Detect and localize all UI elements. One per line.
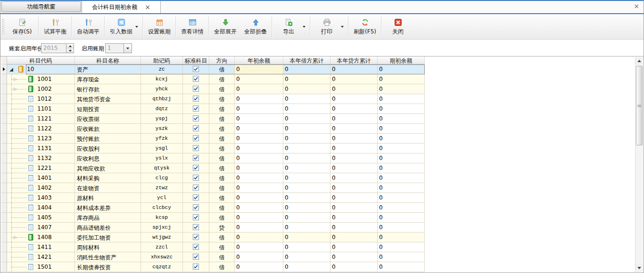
cell-code[interactable]: 1421	[7, 252, 75, 262]
cell-direction[interactable]: 借	[209, 74, 235, 84]
cell-name[interactable]: 在途物资	[75, 183, 141, 193]
cell-direction[interactable]: 借	[209, 193, 235, 203]
cell-mnemonic[interactable]: qtysk	[141, 163, 183, 173]
table-row-1403[interactable]: 1403原材料ycl借0000	[1, 193, 425, 203]
cell-year-begin[interactable]: 0	[235, 104, 283, 114]
standard-checkbox-icon[interactable]	[193, 104, 199, 113]
cell-mnemonic[interactable]: xhxswzc	[141, 252, 183, 262]
cell-opening[interactable]: 0	[378, 173, 425, 183]
cell-code[interactable]: ▷1002	[7, 84, 75, 94]
cell-year-begin[interactable]: 0	[235, 233, 283, 242]
cell-mnemonic[interactable]: yspj	[141, 114, 183, 124]
cell-opening[interactable]: 0	[378, 74, 425, 84]
cell-opening[interactable]: 0	[378, 233, 425, 242]
cell-credit-ytd[interactable]: 0	[330, 252, 378, 262]
standard-checkbox-icon[interactable]	[193, 164, 199, 172]
table-row-1012[interactable]: 1012其他货币资金qthbzj借0000	[1, 94, 425, 104]
column-header-0[interactable]: 科目代码	[7, 56, 75, 64]
row-indicator[interactable]	[1, 262, 7, 272]
cell-mnemonic[interactable]: kcsp	[141, 213, 183, 223]
cell-name[interactable]: 应收利息	[75, 153, 141, 163]
standard-checkbox-icon[interactable]	[193, 144, 199, 153]
cell-year-begin[interactable]: 0	[235, 124, 283, 134]
cell-direction[interactable]: 借	[209, 134, 235, 144]
cell-mnemonic[interactable]: wtjgwz	[141, 233, 183, 242]
cell-credit-ytd[interactable]: 0	[330, 144, 378, 153]
cell-year-begin[interactable]: 0	[235, 183, 283, 193]
scroll-up-button[interactable]	[636, 57, 643, 65]
table-row-1121[interactable]: 1121应收票据yspj借0000	[1, 114, 425, 124]
standard-checkbox-icon[interactable]	[193, 174, 199, 182]
row-indicator[interactable]	[1, 193, 7, 203]
toolbar-button-close[interactable]: 关闭	[383, 14, 413, 39]
standard-checkbox-icon[interactable]	[193, 193, 199, 202]
cell-opening[interactable]: 0	[378, 183, 425, 193]
table-row-1421[interactable]: 1421消耗性生物资产xhxswzc借0000	[1, 252, 425, 262]
toolbar-button-import-data[interactable]: 引入数据	[106, 14, 141, 39]
cell-year-begin[interactable]: 0	[235, 203, 283, 213]
cell-year-begin[interactable]: 0	[235, 144, 283, 153]
cell-debit-ytd[interactable]: 0	[283, 163, 330, 173]
cell-code[interactable]: 1411	[7, 242, 75, 252]
cell-mnemonic[interactable]: spjxcj	[141, 223, 183, 233]
cell-code[interactable]: 1407	[7, 223, 75, 233]
table-row-1404[interactable]: 1404材料成本差异clcbcy借0000	[1, 203, 425, 213]
row-indicator[interactable]	[1, 242, 7, 252]
cell-opening[interactable]: 0	[378, 64, 425, 74]
cell-code[interactable]: 1121	[7, 114, 75, 124]
row-indicator[interactable]	[1, 64, 7, 74]
cell-mnemonic[interactable]: yhck	[141, 84, 183, 94]
row-indicator[interactable]	[1, 144, 7, 153]
cell-year-begin[interactable]: 0	[235, 114, 283, 124]
toolbar-button-set-period[interactable]: 21设置账期	[144, 14, 174, 39]
tree-collapsed-icon[interactable]: ▷	[14, 87, 17, 91]
table-row-1405[interactable]: 1405库存商品kcsp借0000	[1, 213, 425, 223]
cell-direction[interactable]: 借	[209, 114, 235, 124]
column-header-8[interactable]: 期初余额	[378, 56, 425, 64]
column-header-5[interactable]: 年初余额	[235, 56, 283, 64]
start-period-combo[interactable]: 1	[105, 43, 132, 53]
cell-code[interactable]: 10	[7, 64, 75, 74]
row-indicator[interactable]	[1, 203, 7, 213]
cell-mnemonic[interactable]: ysgl	[141, 144, 183, 153]
fiscal-year-spinner[interactable]: 2015	[41, 43, 74, 53]
toolbar-button-trial-balance[interactable]: 试算平衡	[40, 14, 70, 39]
cell-standard[interactable]	[183, 183, 209, 193]
cell-name[interactable]: 原材料	[75, 193, 141, 203]
table-row-1002[interactable]: ▷1002银行存款yhck借0000	[1, 84, 425, 94]
cell-debit-ytd[interactable]: 0	[283, 193, 330, 203]
cell-code[interactable]: 1405	[7, 213, 75, 223]
standard-checkbox-icon[interactable]	[193, 65, 199, 73]
cell-code[interactable]: 1501	[7, 262, 75, 272]
cell-standard[interactable]	[183, 144, 209, 153]
cell-debit-ytd[interactable]: 0	[283, 242, 330, 252]
toolbar-grip-handle[interactable]	[2, 19, 5, 34]
row-indicator[interactable]	[1, 213, 7, 223]
cell-mnemonic[interactable]: cqzqtz	[141, 262, 183, 272]
cell-name[interactable]: 材料采购	[75, 173, 141, 183]
cell-opening[interactable]: 0	[378, 134, 425, 144]
cell-direction[interactable]: 借	[209, 242, 235, 252]
cell-opening[interactable]: 0	[378, 203, 425, 213]
cell-opening[interactable]: 0	[378, 262, 425, 272]
cell-credit-ytd[interactable]: 0	[330, 262, 378, 272]
cell-standard[interactable]	[183, 242, 209, 252]
cell-opening[interactable]: 0	[378, 213, 425, 223]
cell-opening[interactable]: 0	[378, 114, 425, 124]
cell-name[interactable]: 长期债券投资	[75, 262, 141, 272]
row-indicator[interactable]	[1, 134, 7, 144]
toolbar-button-auto-balance[interactable]: 自动调平	[73, 14, 103, 39]
cell-debit-ytd[interactable]: 0	[283, 144, 330, 153]
cell-opening[interactable]: 0	[378, 193, 425, 203]
cell-name[interactable]: 委托加工物资	[75, 233, 141, 242]
cell-credit-ytd[interactable]: 0	[330, 233, 378, 242]
cell-standard[interactable]	[183, 223, 209, 233]
cell-mnemonic[interactable]: dqtz	[141, 104, 183, 114]
table-row-1101[interactable]: 1101短期投资dqtz借0000	[1, 104, 425, 114]
cell-opening[interactable]: 0	[378, 104, 425, 114]
cell-credit-ytd[interactable]: 0	[330, 153, 378, 163]
tree-expanded-icon[interactable]	[9, 68, 13, 72]
vertical-scrollbar[interactable]	[635, 57, 643, 272]
cell-standard[interactable]	[183, 74, 209, 84]
standard-checkbox-icon[interactable]	[193, 184, 199, 192]
